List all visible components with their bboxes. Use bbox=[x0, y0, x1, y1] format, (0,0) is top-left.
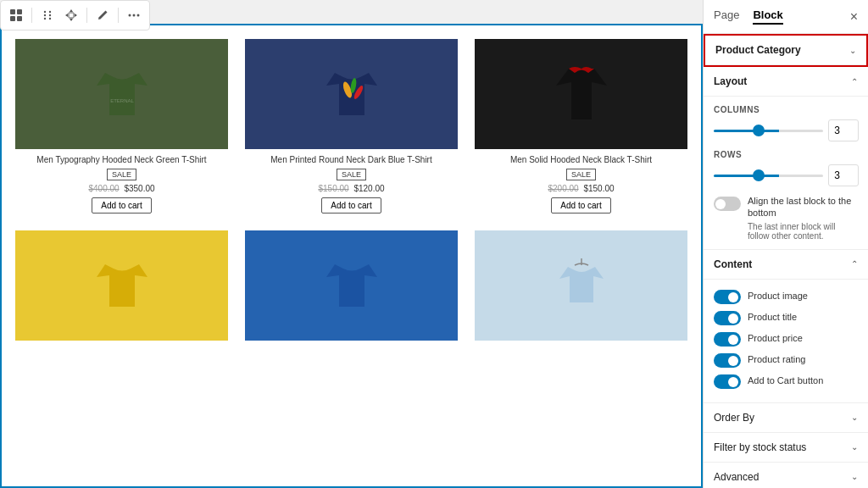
svg-point-6 bbox=[44, 14, 46, 16]
tab-block[interactable]: Block bbox=[753, 8, 782, 25]
more-icon[interactable] bbox=[125, 7, 142, 24]
product-image-4 bbox=[15, 230, 228, 341]
layout-arrow: ⌃ bbox=[851, 77, 858, 86]
align-row: Align the last block to the bottom The l… bbox=[714, 195, 858, 241]
divider3 bbox=[118, 8, 119, 23]
filter-stock-title: Filter by stock status bbox=[714, 441, 806, 453]
product-grid-wrapper: ETERNAL Men Typography Hooded Neck Green… bbox=[0, 24, 703, 488]
old-price-1: $400.00 bbox=[88, 184, 119, 193]
grid-icon[interactable] bbox=[8, 7, 25, 24]
product-name-2: Men Printed Round Neck Dark Blue T-Shirt bbox=[245, 154, 458, 165]
svg-text:ETERNAL: ETERNAL bbox=[110, 98, 134, 103]
rows-slider[interactable] bbox=[714, 175, 823, 177]
align-text-group: Align the last block to the bottom The l… bbox=[748, 195, 858, 241]
add-to-cart-label: Add to Cart button bbox=[748, 375, 823, 385]
close-button[interactable]: × bbox=[850, 9, 858, 25]
product-name-1: Men Typography Hooded Neck Green T-Shirt bbox=[15, 154, 228, 165]
content-header[interactable]: Content ⌃ bbox=[704, 250, 868, 280]
advanced-title: Advanced bbox=[714, 471, 759, 483]
new-price-2: $120.00 bbox=[353, 184, 384, 193]
product-grid: ETERNAL Men Typography Hooded Neck Green… bbox=[10, 34, 693, 351]
svg-rect-0 bbox=[10, 9, 15, 14]
layout-header[interactable]: Layout ⌃ bbox=[704, 67, 868, 97]
content-arrow: ⌃ bbox=[851, 259, 858, 269]
svg-rect-2 bbox=[10, 16, 15, 21]
toggle-add-to-cart-row: Add to Cart button bbox=[714, 373, 858, 389]
toggle-product-rating-row: Product rating bbox=[714, 352, 858, 368]
product-image-5 bbox=[245, 230, 458, 341]
product-image-2 bbox=[245, 39, 458, 149]
product-card-5 bbox=[240, 225, 463, 351]
toggle-product-image-row: Product image bbox=[714, 288, 858, 304]
new-price-1: $350.00 bbox=[124, 184, 154, 193]
editor-area: ETERNAL Men Typography Hooded Neck Green… bbox=[0, 0, 703, 488]
svg-point-11 bbox=[129, 14, 131, 17]
align-subtext: The last inner block will follow other c… bbox=[748, 222, 858, 241]
product-name-3: Men Solid Hooded Neck Black T-Shirt bbox=[475, 154, 687, 165]
advanced-section[interactable]: Advanced ⌄ bbox=[704, 463, 868, 488]
toggle-product-price-row: Product price bbox=[714, 330, 858, 347]
sale-badge-3: SALE bbox=[566, 169, 596, 180]
svg-point-12 bbox=[133, 14, 136, 17]
sale-badge-2: SALE bbox=[337, 169, 366, 180]
tab-page[interactable]: Page bbox=[714, 8, 739, 25]
toggle-product-image[interactable] bbox=[714, 290, 741, 304]
toggle-add-to-cart[interactable] bbox=[714, 374, 741, 389]
svg-point-13 bbox=[137, 14, 140, 17]
toggle-product-rating[interactable] bbox=[714, 353, 741, 368]
toggle-product-title-row: Product title bbox=[714, 309, 858, 325]
svg-point-5 bbox=[49, 11, 51, 13]
columns-slider[interactable] bbox=[714, 130, 823, 132]
filter-stock-arrow: ⌄ bbox=[851, 442, 858, 452]
align-toggle[interactable] bbox=[714, 197, 741, 211]
svg-rect-10 bbox=[69, 13, 74, 18]
move-icon[interactable] bbox=[63, 7, 80, 24]
product-card-3: Men Solid Hooded Neck Black T-Shirt SALE… bbox=[470, 34, 693, 219]
layout-content: COLUMNS ROWS Align the last block to the… bbox=[704, 97, 868, 250]
price-row-1: $400.00 $350.00 bbox=[15, 184, 228, 193]
filter-stock-section[interactable]: Filter by stock status ⌄ bbox=[704, 433, 868, 463]
order-by-arrow: ⌄ bbox=[851, 413, 858, 422]
toggle-product-title[interactable] bbox=[714, 311, 741, 325]
edit-icon[interactable] bbox=[94, 7, 111, 24]
advanced-arrow: ⌄ bbox=[851, 472, 858, 481]
right-panel: Page Block × Product Category ⌄ Layout ⌃… bbox=[703, 0, 868, 488]
svg-rect-3 bbox=[17, 16, 22, 21]
old-price-2: $150.00 bbox=[318, 184, 348, 193]
order-by-section[interactable]: Order By ⌄ bbox=[704, 403, 868, 433]
panel-header: Page Block × bbox=[704, 0, 868, 34]
product-price-label: Product price bbox=[748, 333, 803, 343]
add-to-cart-3[interactable]: Add to cart bbox=[551, 197, 610, 214]
product-rating-label: Product rating bbox=[748, 354, 805, 364]
add-to-cart-2[interactable]: Add to cart bbox=[321, 197, 381, 214]
svg-point-4 bbox=[44, 11, 46, 13]
product-category-section: Product Category ⌄ bbox=[704, 34, 868, 67]
product-category-header[interactable]: Product Category ⌄ bbox=[705, 36, 866, 65]
svg-point-7 bbox=[49, 14, 51, 16]
toggle-product-price[interactable] bbox=[714, 332, 741, 347]
content-body: Product image Product title Product pric… bbox=[704, 280, 868, 403]
rows-label: ROWS bbox=[714, 150, 858, 159]
content-title: Content bbox=[714, 258, 752, 270]
product-title-label: Product title bbox=[748, 312, 797, 322]
drag-icon[interactable] bbox=[39, 7, 56, 24]
product-card-6 bbox=[470, 225, 693, 351]
block-toolbar bbox=[0, 0, 150, 30]
align-label: Align the last block to the bottom bbox=[748, 195, 858, 219]
panel-tabs: Page Block bbox=[714, 8, 783, 25]
product-card-4 bbox=[10, 225, 233, 351]
rows-input[interactable] bbox=[828, 164, 859, 186]
rows-row bbox=[714, 164, 858, 186]
sale-badge-1: SALE bbox=[107, 169, 136, 180]
new-price-3: $150.00 bbox=[583, 184, 614, 193]
product-image-label: Product image bbox=[748, 291, 808, 301]
add-to-cart-1[interactable]: Add to cart bbox=[92, 197, 151, 214]
price-row-2: $150.00 $120.00 bbox=[245, 184, 458, 193]
divider bbox=[31, 8, 32, 23]
columns-row bbox=[714, 119, 858, 141]
columns-input[interactable] bbox=[828, 119, 859, 141]
svg-rect-1 bbox=[17, 9, 22, 14]
order-by-title: Order By bbox=[714, 412, 754, 424]
product-card: ETERNAL Men Typography Hooded Neck Green… bbox=[10, 34, 233, 219]
layout-title: Layout bbox=[714, 75, 747, 87]
